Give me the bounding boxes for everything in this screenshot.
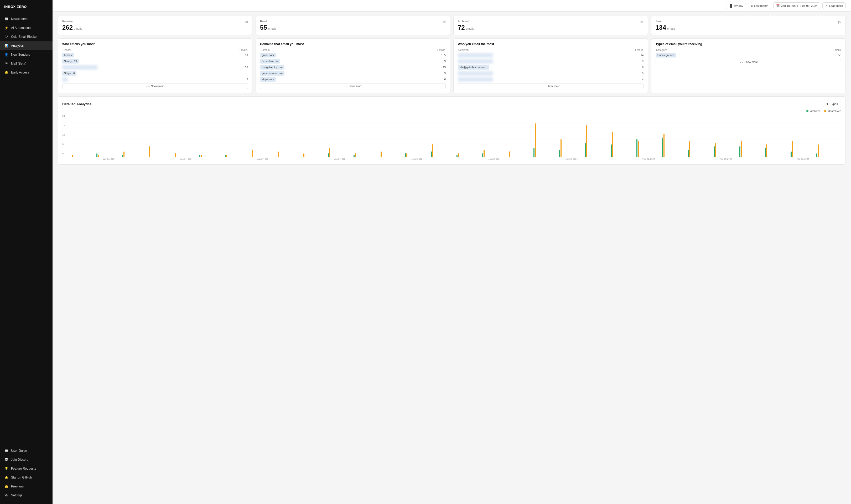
x-label-4: Jan 23, 2024 <box>379 158 456 160</box>
unarchived-bar-17 <box>509 151 510 157</box>
stats-grid: Received 262emails ✉ Read 55emails ✉ Arc… <box>58 16 846 35</box>
col-left-who-you-email: Recipient <box>458 49 469 51</box>
types-row-0: Uncategorized50 <box>656 53 841 57</box>
table-header-who-emails: SenderEmails <box>62 49 248 51</box>
table-row-who-you-email-3: XXXXXXXXXXXXXXXXXX5 <box>458 71 643 76</box>
x-label-9: Feb 07, 2024 <box>764 158 841 160</box>
row-count-who-emails-1: 19 <box>74 60 77 63</box>
newsletters-icon: 📰 <box>4 17 8 21</box>
sidebar-item-ai-automation[interactable]: ⚡AI Automation <box>0 23 53 32</box>
row-label-who-emails-4: X <box>62 77 68 82</box>
last-month-label: Last month <box>754 4 768 7</box>
archived-bar-27 <box>765 148 766 157</box>
bar-chart-icon: ▐▌ <box>729 4 733 7</box>
date-range-button[interactable]: 📅 Jan 10, 2024 - Feb 09, 2024 <box>773 2 820 9</box>
show-more-btn-who-you-email[interactable]: ⌄⌄Show more <box>458 83 643 89</box>
by-day-button[interactable]: ▐▌ By day <box>726 3 746 9</box>
ai-automation-icon: ⚡ <box>4 26 8 30</box>
sidebar-nav: 📰Newsletters⚡AI Automation🛡Cold Email Bl… <box>0 13 53 444</box>
row-label-domains-2: md.getsentry.com <box>260 65 284 70</box>
archived-bar-28 <box>791 151 792 157</box>
bar-group-15 <box>457 153 481 157</box>
stat-icon-3: ▷ <box>838 20 841 24</box>
sidebar-item-new-senders[interactable]: 👤New Senders <box>0 50 53 59</box>
chevron-down-icon-who-you-email: ⌄⌄ <box>541 85 546 88</box>
unarchived-bar-15 <box>458 153 459 157</box>
bar-group-13 <box>405 153 430 157</box>
archived-bar-10 <box>328 153 329 157</box>
archived-bar-25 <box>714 146 715 157</box>
sidebar-bottom: 📖User Guide💬Join Discord💡Feature Request… <box>0 444 53 504</box>
new-senders-icon: 👤 <box>4 53 8 57</box>
stat-label-1: Read <box>260 20 277 23</box>
sidebar-item-feature-requests[interactable]: 💡Feature Requests <box>0 464 53 473</box>
bar-group-6 <box>225 155 250 157</box>
row-count-who-you-email-2: 6 <box>642 66 643 69</box>
settings-icon: ⚙ <box>4 493 8 498</box>
show-more-btn-who-emails[interactable]: ⌄⌄Show more <box>62 83 248 89</box>
bar-group-23 <box>662 134 687 157</box>
sidebar-item-user-guide[interactable]: 📖User Guide <box>0 446 53 455</box>
archived-bar-24 <box>688 150 689 157</box>
bar-group-27 <box>765 144 790 157</box>
table-row-domains-4: stripe.com6 <box>260 77 446 82</box>
sidebar-item-premium[interactable]: 👑Premium <box>0 482 53 491</box>
sidebar-label-new-senders: New Senders <box>11 53 30 56</box>
row-count-domains-3: 9 <box>444 72 446 75</box>
table-row-domains-0: gmail.com105 <box>260 53 446 57</box>
unarchived-bar-3 <box>149 146 150 157</box>
load-more-label: Load more <box>829 4 843 7</box>
analytics-section: Detailed Analytics ▼ Types Archived Unar… <box>58 96 846 165</box>
sidebar-item-star-github[interactable]: ⭐Star on GitHub <box>0 473 53 482</box>
y-label: 24 <box>62 115 70 117</box>
sidebar-item-newsletters[interactable]: 📰Newsletters <box>0 15 53 23</box>
archived-bar-14 <box>431 151 432 157</box>
row-label-domains-0: gmail.com <box>260 53 276 57</box>
types-col-emails: Emails <box>833 49 841 51</box>
types-button[interactable]: ▼ Types <box>823 101 841 107</box>
sidebar-item-settings[interactable]: ⚙Settings <box>0 491 53 500</box>
chevron-down-icon-who-emails: ⌄⌄ <box>146 85 150 88</box>
unarchived-legend: Unarchived <box>824 110 841 113</box>
app-logo: INBOX ZERO <box>0 0 53 13</box>
row-label-who-emails-3: Stripe 6 <box>62 71 76 76</box>
premium-icon: 👑 <box>4 484 8 488</box>
bar-group-17 <box>508 151 533 157</box>
row-count-domains-0: 105 <box>441 54 446 57</box>
stat-icon-1: ✉ <box>443 20 446 24</box>
sidebar-label-early-access: Early Access <box>11 71 29 74</box>
table-row-domains-2: md.getsentry.com19 <box>260 65 446 70</box>
bar-group-12 <box>379 151 404 157</box>
table-card-domains: Domains that email you mostDomainEmailsg… <box>255 38 450 93</box>
sidebar-item-cold-email-blocker[interactable]: 🛡Cold Email Blocker <box>0 32 53 41</box>
row-count-domains-2: 19 <box>443 66 446 69</box>
sidebar-item-mail-beta[interactable]: ✉Mail (Beta) <box>0 59 53 68</box>
types-row-count-0: 50 <box>838 54 841 57</box>
load-more-button[interactable]: ↗ Load more <box>822 2 846 9</box>
row-label-who-emails-0: beehiiv <box>62 53 74 57</box>
stat-unit-3: emails <box>667 27 676 30</box>
analytics-icon: 📊 <box>4 43 8 48</box>
bar-group-29 <box>816 144 841 157</box>
sidebar-item-join-discord[interactable]: 💬Join Discord <box>0 455 53 464</box>
last-month-button[interactable]: ≡ Last month <box>748 3 771 9</box>
bar-group-21 <box>611 132 636 157</box>
bar-group-10 <box>328 148 353 157</box>
show-more-btn-domains[interactable]: ⌄⌄Show more <box>260 83 446 89</box>
stat-value-2: 72emails <box>458 24 474 31</box>
table-card-who-you-email: Who you email the mostRecipientEmailsXXX… <box>453 38 648 93</box>
sidebar-item-early-access[interactable]: 🌟Early Access <box>0 68 53 77</box>
sidebar-label-join-discord: Join Discord <box>11 458 29 462</box>
sidebar-label-mail-beta: Mail (Beta) <box>11 62 26 65</box>
bar-group-16 <box>482 150 507 157</box>
table-row-who-you-email-1: XXXXXXXXXXXXXXXXXX9 <box>458 59 643 64</box>
bars-container <box>71 115 841 157</box>
unarchived-bar-12 <box>380 151 382 157</box>
chart-legend: Archived Unarchived <box>62 110 841 113</box>
bar-group-22 <box>636 139 661 157</box>
y-label: 18 <box>62 124 70 127</box>
cold-email-blocker-icon: 🛡 <box>4 35 8 39</box>
show-more-btn-types[interactable]: ⌄⌄Show more <box>656 59 841 65</box>
main-area: ▐▌ By day ≡ Last month 📅 Jan 10, 2024 - … <box>53 0 851 504</box>
sidebar-item-analytics[interactable]: 📊Analytics <box>0 41 53 50</box>
